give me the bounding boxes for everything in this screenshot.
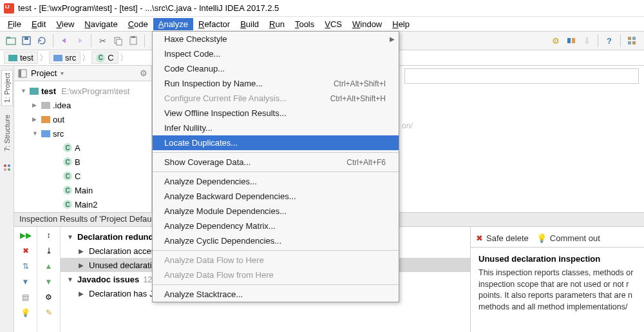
settings-icon[interactable]: ⚙ [43, 291, 55, 303]
module-icon [30, 88, 39, 95]
tree-item[interactable]: CA [14, 141, 151, 155]
open-icon[interactable] [4, 34, 18, 48]
svg-rect-7 [131, 36, 135, 38]
menu-tools[interactable]: Tools [290, 18, 319, 30]
svg-rect-12 [628, 41, 631, 44]
profiler-icon[interactable]: ⇩ [580, 34, 594, 48]
menu-item[interactable]: Analyze Stacktrace... [153, 287, 399, 302]
help-icon[interactable]: ? [602, 34, 616, 48]
menu-item[interactable]: Analyze Module Dependencies... [153, 204, 399, 219]
export-icon[interactable]: ⤓ [43, 245, 55, 257]
menu-refactor[interactable]: Refactor [193, 18, 235, 30]
menu-item[interactable]: Locate Duplicates... [153, 135, 399, 150]
rerun-icon[interactable]: ▶▶ [20, 229, 32, 241]
breadcrumb-item[interactable]: test [4, 52, 38, 64]
menu-item[interactable]: Analyze Dependency Matrix... [153, 219, 399, 233]
tree-item[interactable]: CMain [14, 183, 151, 197]
edit-settings-icon[interactable]: ✎ [43, 307, 55, 318]
cut-icon[interactable]: ✂ [95, 34, 109, 48]
svg-rect-0 [6, 38, 15, 44]
breadcrumb-item[interactable]: src [49, 52, 80, 64]
debug-config-icon[interactable] [564, 34, 578, 48]
safe-delete-button[interactable]: ✖Safe delete [476, 233, 529, 243]
svg-rect-11 [632, 37, 636, 40]
folder-icon [41, 102, 50, 109]
menu-analyze[interactable]: Analyze [153, 18, 193, 30]
menu-build[interactable]: Build [235, 18, 264, 30]
menu-item[interactable]: Inspect Code... [153, 46, 399, 61]
redo-icon[interactable] [73, 34, 87, 48]
tab-structure[interactable]: 7: Structure [2, 112, 12, 154]
paste-icon[interactable] [126, 34, 140, 48]
menu-item[interactable]: Code Cleanup... [153, 61, 399, 76]
menu-help[interactable]: Help [387, 18, 415, 30]
structure-dots-icon [3, 163, 12, 172]
app-icon [4, 3, 14, 14]
menu-file[interactable]: File [3, 18, 26, 30]
panel-title: Project [31, 68, 57, 78]
menu-item[interactable]: Analyze Backward Dependencies... [153, 189, 399, 204]
chevron-right-icon: 〉 [82, 52, 90, 64]
menu-edit[interactable]: Edit [26, 18, 51, 30]
menu-vcs[interactable]: VCS [319, 18, 347, 30]
class-icon: C [63, 200, 72, 209]
menu-window[interactable]: Window [347, 18, 387, 30]
tool-window-stripe: 1: Project 7: Structure [0, 66, 14, 332]
svg-rect-1 [6, 37, 10, 39]
menu-item[interactable]: Show Coverage Data...Ctrl+Alt+F6 [153, 155, 399, 170]
svg-rect-3 [24, 37, 28, 40]
prev-icon[interactable]: ▲ [43, 260, 55, 272]
class-icon: C [63, 143, 72, 152]
menu-item[interactable]: Run Inspection by Name...Ctrl+Alt+Shift+… [153, 76, 399, 91]
chevron-down-icon[interactable]: ▾ [61, 70, 64, 77]
breadcrumb-item[interactable]: CC [91, 52, 118, 64]
svg-rect-8 [567, 38, 571, 43]
next-icon[interactable]: ▼ [43, 276, 55, 288]
menu-item[interactable]: Analyze Dependencies... [153, 174, 399, 189]
analyze-menu: Haxe Checkstyle▶Inspect Code...Code Clea… [152, 31, 399, 302]
menu-code[interactable]: Code [123, 18, 153, 30]
svg-point-17 [8, 168, 10, 171]
menu-item: Analyze Data Flow from Here [153, 268, 399, 282]
gear-icon[interactable]: ⚙ [140, 68, 147, 78]
inspection-title: Unused declaration inspection [471, 248, 644, 268]
menu-item[interactable]: View Offline Inspection Results... [153, 106, 399, 121]
menu-item[interactable]: Infer Nullity... [153, 121, 399, 135]
tree-item[interactable]: CC [14, 169, 151, 183]
tree-item[interactable]: ▶.idea [14, 98, 151, 112]
filter-icon[interactable]: ▼ [20, 276, 32, 288]
folder-icon [53, 55, 62, 61]
class-icon: C [63, 157, 72, 166]
menu-run[interactable]: Run [264, 18, 290, 30]
svg-rect-9 [572, 38, 575, 43]
comment-out-button[interactable]: 💡Comment out [536, 233, 600, 243]
autofix-icon[interactable]: 💡 [20, 307, 32, 318]
collapse-icon[interactable]: ↕ [43, 229, 55, 241]
tree-root[interactable]: ▼ test E:\wxProgram\test [14, 84, 151, 98]
menu-item[interactable]: Analyze Cyclic Dependencies... [153, 233, 399, 248]
menubar: FileEditViewNavigateCodeAnalyzeRefactorB… [0, 17, 644, 31]
inspection-side: ✖Safe delete 💡Comment out Unused declara… [470, 213, 644, 332]
group-icon[interactable]: ▤ [20, 291, 32, 303]
tree-item[interactable]: CB [14, 155, 151, 169]
expand-icon[interactable]: ⇅ [20, 260, 32, 272]
run-config-icon[interactable]: ⚙ [549, 34, 563, 48]
menu-navigate[interactable]: Navigate [79, 18, 122, 30]
copy-icon[interactable] [111, 34, 125, 48]
tree-item[interactable]: ▶out [14, 112, 151, 126]
menu-item[interactable]: Haxe Checkstyle▶ [153, 32, 399, 46]
class-icon: C [63, 171, 72, 181]
chevron-right-icon: 〉 [39, 52, 48, 64]
close-icon[interactable]: ✖ [20, 245, 32, 257]
undo-icon[interactable] [57, 34, 71, 48]
svg-rect-13 [632, 41, 636, 44]
svg-rect-10 [628, 37, 631, 40]
refresh-icon[interactable] [35, 34, 49, 48]
svg-point-15 [8, 164, 10, 167]
tree-item[interactable]: CMain2 [14, 197, 151, 211]
tree-item[interactable]: ▼src [14, 126, 151, 141]
search-everywhere-icon[interactable] [625, 34, 639, 48]
save-icon[interactable] [19, 34, 33, 48]
menu-view[interactable]: View [51, 18, 79, 30]
tab-project[interactable]: 1: Project [1, 70, 13, 106]
